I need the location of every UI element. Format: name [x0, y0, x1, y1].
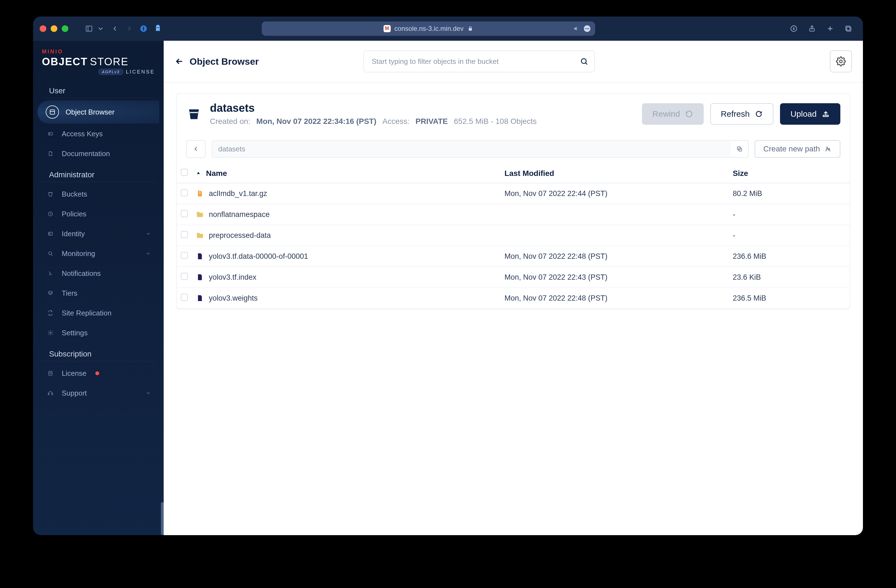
bucket-name: datasets [210, 102, 537, 114]
col-modified[interactable]: Last Modified [504, 169, 554, 178]
tabs-overview-icon[interactable] [843, 23, 853, 34]
brand-store: STORE [90, 56, 128, 68]
sidebar-item-license[interactable]: License [38, 364, 159, 383]
object-name: yolov3.weights [209, 294, 258, 302]
window-controls [40, 25, 69, 32]
sidebar-item-label: Tiers [62, 289, 78, 298]
identity-icon [46, 229, 55, 239]
svg-point-28 [50, 332, 51, 334]
sidebar-item-label: Notifications [62, 269, 101, 278]
col-name[interactable]: Name [206, 169, 227, 178]
share-icon[interactable] [807, 23, 817, 34]
chevron-down-icon[interactable] [95, 23, 106, 34]
more-icon[interactable] [584, 25, 591, 32]
object-size: - [733, 231, 735, 240]
object-size: 236.5 MiB [733, 294, 766, 302]
brand-agpl-badge: AGPLv3 [98, 69, 123, 75]
row-checkbox[interactable] [181, 294, 188, 301]
col-size[interactable]: Size [733, 169, 748, 178]
file-icon [196, 272, 204, 282]
sidebar-item-settings[interactable]: Settings [38, 323, 159, 342]
sidebar-item-support[interactable]: Support [38, 383, 159, 403]
svg-rect-0 [86, 26, 92, 31]
sound-muted-icon[interactable] [573, 25, 580, 32]
sidebar-scrollbar[interactable] [161, 502, 164, 535]
table-row[interactable]: yolov3.weightsMon, Nov 07 2022 22:48 (PS… [177, 288, 850, 308]
alert-dot-icon [95, 371, 99, 375]
table-row[interactable]: nonflatnamespace- [177, 204, 850, 225]
sidebar-section-user: User [40, 80, 157, 98]
close-window-dot[interactable] [40, 25, 46, 32]
copy-path-button[interactable] [731, 140, 748, 158]
table-row[interactable]: yolov3.tf.indexMon, Nov 07 2022 22:43 (P… [177, 267, 850, 288]
svg-rect-45 [200, 192, 200, 193]
file-icon [196, 252, 204, 261]
object-name: preprocessed-data [209, 231, 271, 240]
upload-button[interactable]: Upload [780, 103, 840, 125]
extension-1password-icon[interactable] [138, 23, 149, 34]
created-value: Mon, Nov 07 2022 22:34:16 (PST) [256, 117, 376, 126]
sidebar-item-policies[interactable]: Policies [38, 204, 159, 223]
svg-rect-46 [200, 193, 200, 194]
row-checkbox[interactable] [181, 210, 188, 217]
maximize-window-dot[interactable] [62, 25, 69, 32]
sidebar-item-monitoring[interactable]: Monitoring [38, 244, 159, 263]
back-arrow-icon[interactable] [175, 57, 184, 66]
extension-ghost-icon[interactable] [152, 23, 163, 34]
access-label: Access: [382, 117, 410, 126]
row-checkbox[interactable] [181, 252, 188, 259]
row-checkbox[interactable] [181, 231, 188, 238]
sidebar-toggle-icon[interactable] [84, 23, 94, 34]
svg-point-10 [588, 28, 589, 29]
sidebar-item-site-replication[interactable]: Site Replication [38, 303, 159, 323]
select-all-checkbox[interactable] [181, 169, 188, 176]
sidebar-item-label: Support [62, 389, 87, 398]
settings-button[interactable] [830, 50, 852, 72]
nav-forward-icon[interactable] [124, 23, 134, 34]
refresh-icon [755, 110, 763, 118]
table-row[interactable]: aclImdb_v1.tar.gzMon, Nov 07 2022 22:44 … [177, 183, 850, 204]
row-checkbox[interactable] [181, 189, 188, 196]
sidebar-item-access-keys[interactable]: Access Keys [38, 124, 159, 143]
sidebar-item-buckets[interactable]: Buckets [38, 184, 159, 204]
copy-icon [736, 146, 743, 152]
sidebar-item-label: Buckets [62, 190, 87, 199]
breadcrumb-path[interactable]: datasets [212, 140, 734, 158]
rewind-label: Rewind [652, 109, 680, 119]
new-tab-icon[interactable] [825, 23, 835, 34]
table-row[interactable]: yolov3.tf.data-00000-of-00001Mon, Nov 07… [177, 246, 850, 267]
row-checkbox[interactable] [181, 273, 188, 280]
last-modified: Mon, Nov 07 2022 22:44 (PST) [504, 189, 608, 198]
svg-rect-17 [50, 110, 55, 114]
search-icon[interactable] [580, 57, 588, 65]
chevron-down-icon [145, 251, 151, 256]
brand-logo: MINIO OBJECT STORE AGPLv3 LICENSE [33, 41, 164, 80]
last-modified: Mon, Nov 07 2022 22:43 (PST) [504, 273, 608, 281]
sidebar-item-documentation[interactable]: Documentation [38, 144, 159, 163]
search-input[interactable] [363, 50, 595, 72]
svg-marker-6 [574, 27, 577, 30]
sidebar-item-tiers[interactable]: Tiers [38, 284, 159, 303]
archive-icon [196, 189, 204, 198]
titlebar: M console.ns-3.ic.min.dev [33, 17, 863, 41]
file-icon [196, 293, 204, 303]
minimize-window-dot[interactable] [51, 25, 57, 32]
table-row[interactable]: preprocessed-data- [177, 225, 850, 246]
access-value: PRIVATE [416, 117, 448, 126]
svg-rect-32 [48, 394, 49, 395]
sidebar-item-object-browser[interactable]: Object Browser [38, 100, 159, 124]
address-bar-url: console.ns-3.ic.min.dev [395, 25, 464, 32]
create-path-button[interactable]: Create new path [755, 140, 840, 158]
downloads-icon[interactable] [789, 23, 799, 34]
address-bar[interactable]: M console.ns-3.ic.min.dev [262, 21, 595, 36]
refresh-button[interactable]: Refresh [710, 103, 773, 125]
nav-back-icon[interactable] [110, 23, 120, 34]
settings-icon [46, 328, 55, 337]
svg-rect-44 [200, 190, 200, 191]
sidebar-item-notifications[interactable]: Notifications [38, 264, 159, 283]
sidebar-item-identity[interactable]: Identity [38, 224, 159, 243]
browser-window: M console.ns-3.ic.min.dev [33, 17, 863, 535]
sort-asc-icon[interactable] [196, 170, 201, 176]
bucket-header: datasets Created on: Mon, Nov 07 2022 22… [177, 94, 850, 134]
breadcrumb-back-button[interactable] [186, 140, 206, 158]
